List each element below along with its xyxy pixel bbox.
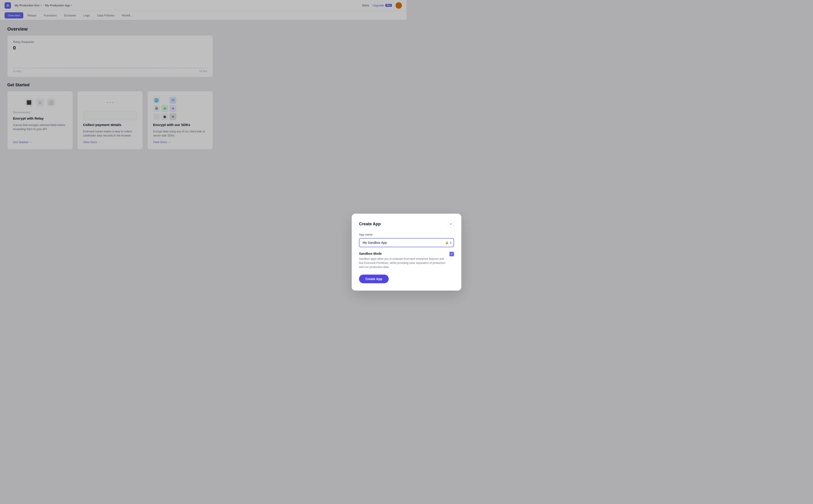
sandbox-mode-title: Sandbox Mode — [359, 252, 406, 252]
sandbox-text: Sandbox Mode Sandbox apps allow you to e… — [359, 252, 406, 252]
app-name-input[interactable] — [359, 238, 406, 247]
modal-overlay[interactable]: Create App × App name 🔒 ℹ Sandbox Mode S… — [0, 0, 406, 252]
sandbox-header: Sandbox Mode Sandbox apps allow you to e… — [359, 252, 406, 252]
app-name-label: App name — [359, 233, 406, 236]
sandbox-section: Sandbox Mode Sandbox apps allow you to e… — [359, 252, 406, 252]
modal-title: Create App — [359, 222, 381, 226]
app-name-field-wrap: 🔒 ℹ — [359, 238, 406, 247]
modal-header: Create App × — [359, 221, 406, 227]
create-app-modal: Create App × App name 🔒 ℹ Sandbox Mode S… — [352, 214, 406, 252]
